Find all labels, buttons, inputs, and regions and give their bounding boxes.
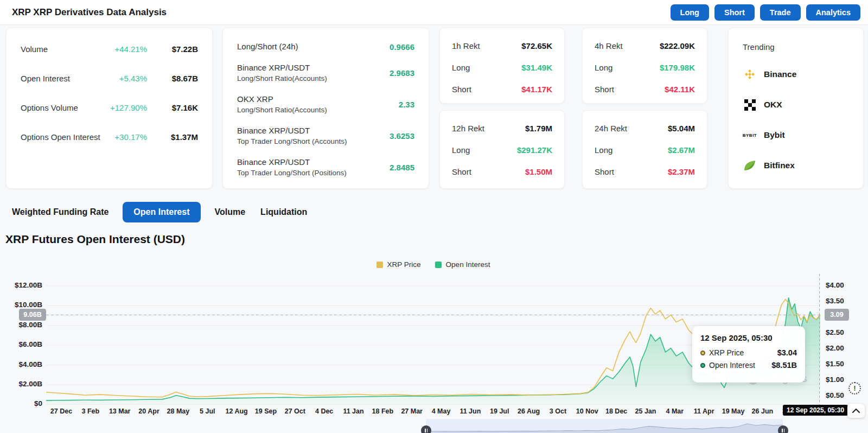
chart-legend: XRP Price Open Interest — [46, 260, 820, 269]
tooltip-value: $8.51B — [771, 361, 797, 370]
x-axis-tick: 25 Jan — [635, 407, 656, 415]
tab-open-interest[interactable]: Open Interest — [123, 202, 200, 222]
page-title: XRP XRP Derivatives Data Analysis — [12, 7, 167, 18]
rekt-card-12h: 12h Rekt$1.79M Long$291.27K Short$1.50M — [439, 110, 565, 189]
stat-change: +44.21% — [114, 44, 147, 54]
ratio-sublabel: Top Trader Long/Short (Positions) — [237, 168, 347, 178]
trade-button[interactable]: Trade — [760, 4, 801, 21]
rekt-short-value: $2.37M — [668, 167, 695, 176]
legend-item-open-interest[interactable]: Open Interest — [435, 260, 490, 269]
long-button[interactable]: Long — [671, 4, 709, 21]
rekt-long-label: Long — [452, 63, 470, 72]
ratio-row: Long/Short (24h) 0.9666 — [237, 41, 414, 52]
stat-row-options-volume: Options Volume +127.90% $7.16K — [21, 103, 198, 112]
legend-item-xrp-price[interactable]: XRP Price — [376, 260, 421, 269]
x-axis-tick: 18 Dec — [605, 407, 627, 415]
y-axis-right-tick: $2.50 — [826, 328, 844, 336]
crosshair-time-badge: 12 Sep 2025, 05:30 — [783, 405, 848, 416]
x-axis-tick: 5 Jul — [200, 407, 215, 415]
ratio-sublabel: Long/Short Ratio(Accounts) — [237, 105, 327, 115]
stat-change: +30.17% — [114, 132, 147, 142]
stat-row-options-open-interest: Options Open Interest +30.17% $1.37M — [21, 132, 198, 142]
trending-item-binance[interactable]: Binance — [743, 67, 849, 81]
y-axis-left-tick: $0 — [0, 399, 42, 407]
stat-change: +127.90% — [110, 103, 147, 112]
rekt-long-value: $31.49K — [521, 63, 552, 72]
legend-label: XRP Price — [387, 260, 421, 269]
stat-label: Options Open Interest — [21, 132, 114, 142]
alert-badge-icon[interactable]: ! — [848, 382, 861, 394]
tooltip-label: XRP Price — [709, 348, 777, 357]
y-axis-left-tick: $10.00B — [0, 301, 42, 309]
okx-icon — [743, 98, 757, 112]
rekt-long-value: $291.27K — [517, 145, 552, 155]
rekt-total: $1.79M — [525, 124, 552, 133]
rekt-title: 24h Rekt — [595, 124, 627, 133]
short-button[interactable]: Short — [714, 4, 755, 21]
navigator-right-handle[interactable] — [778, 425, 788, 433]
x-axis-tick: 27 Dec — [50, 407, 72, 415]
rekt-long-value: $179.98K — [660, 63, 695, 72]
x-axis-tick: 28 May — [167, 407, 190, 415]
trending-item-bitfinex[interactable]: Bitfinex — [743, 158, 849, 173]
rekt-short-value: $1.50M — [525, 167, 552, 176]
y-axis-left-tick: $12.00B — [0, 281, 42, 289]
ratio-sublabel: Top Trader Long/Short (Accounts) — [237, 136, 347, 147]
rekt-long-label: Long — [452, 145, 470, 155]
xrp-price-dot-icon — [700, 351, 705, 355]
y-axis-right-tick: $1.50 — [826, 360, 844, 368]
rekt-card-4h: 4h Rekt$222.09K Long$179.98K Short$42.11… — [582, 28, 707, 104]
tab-weighted-funding-rate[interactable]: Weighted Funding Rate — [11, 202, 110, 222]
x-axis-labels: 27 Dec3 Feb13 Mar20 Apr28 May5 Jul12 Aug… — [0, 407, 868, 416]
stat-row-volume: Volume +44.21% $7.22B — [21, 44, 198, 54]
x-axis-tick: 11 Jan — [343, 407, 363, 415]
analytics-button[interactable]: Analytics — [806, 4, 860, 21]
ratio-label: Binance XRP/USDT — [237, 62, 327, 73]
ratio-label: Long/Short (24h) — [237, 41, 298, 52]
rekt-total: $72.65K — [521, 41, 552, 50]
bybit-icon: BYBIT — [743, 128, 757, 142]
rekt-short-label: Short — [452, 85, 471, 94]
x-axis-tick: 3 Oct — [550, 407, 566, 415]
y-axis-left-tick: $6.00B — [0, 340, 42, 348]
chart-range-navigator[interactable] — [426, 419, 783, 433]
x-axis-tick: 19 Jul — [490, 407, 509, 415]
tab-volume[interactable]: Volume — [214, 202, 247, 222]
page-header: XRP XRP Derivatives Data Analysis Long S… — [0, 0, 868, 25]
header-actions: Long Short Trade Analytics — [671, 4, 860, 21]
trending-item-okx[interactable]: OKX — [743, 98, 849, 112]
stat-label: Options Volume — [21, 103, 110, 112]
legend-label: Open Interest — [446, 260, 490, 269]
x-axis-tick: 11 Jun — [459, 407, 481, 415]
x-axis-tick: 20 Apr — [138, 407, 159, 415]
navigator-preview — [426, 419, 783, 433]
x-axis-tick: 12 Aug — [225, 407, 247, 415]
ratio-value: 2.33 — [399, 100, 414, 109]
trending-item-bybit[interactable]: BYBIT Bybit — [743, 128, 849, 142]
ratio-value: 3.6253 — [390, 131, 414, 141]
stat-value: $8.67B — [163, 74, 198, 83]
trending-title: Trending — [743, 42, 849, 52]
ratio-row: Binance XRP/USDT Long/Short Ratio(Accoun… — [237, 62, 414, 84]
y-axis-right-tick: $1.00 — [826, 375, 844, 384]
stat-row-open-interest: Open Interest +5.43% $8.67B — [21, 74, 198, 83]
ratio-label: OKX XRP — [237, 94, 327, 105]
rekt-title: 1h Rekt — [452, 41, 480, 50]
current-open-interest-badge: 9.06B — [19, 309, 46, 321]
open-interest-dot-icon — [700, 363, 705, 368]
navigator-left-handle[interactable] — [421, 425, 431, 433]
rekt-long-label: Long — [595, 145, 612, 155]
trending-item-label: Bybit — [764, 130, 785, 140]
chart-tabs: Weighted Funding Rate Open Interest Volu… — [11, 201, 308, 224]
rekt-title: 4h Rekt — [595, 41, 623, 50]
ratio-row: Binance XRP/USDT Top Trader Long/Short (… — [237, 157, 414, 178]
x-axis-tick: 19 Sep — [255, 407, 277, 415]
x-axis-tick: 10 Nov — [576, 407, 598, 415]
rekt-total: $5.04M — [668, 124, 695, 133]
collapse-button[interactable] — [847, 404, 865, 418]
rekt-card-1h: 1h Rekt$72.65K Long$31.49K Short$41.17K — [439, 28, 565, 104]
tab-liquidation[interactable]: Liquidation — [259, 202, 308, 222]
x-axis-tick: 4 May — [432, 407, 451, 415]
x-axis-tick: 13 Mar — [109, 407, 131, 415]
x-axis-tick: 19 May — [722, 407, 745, 415]
